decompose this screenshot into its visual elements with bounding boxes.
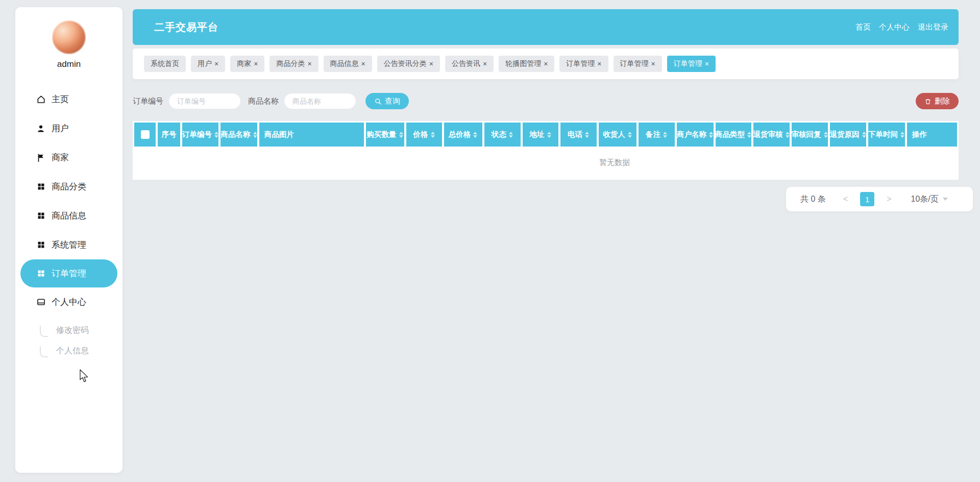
tab-1[interactable]: 用户× (191, 56, 225, 72)
tab-5[interactable]: 公告资讯分类× (377, 56, 440, 72)
tab-close-icon[interactable]: × (544, 60, 548, 67)
sidebar-item-0[interactable]: 主页 (15, 85, 122, 114)
sort-carets-icon[interactable] (585, 132, 589, 138)
column-header-label: 商品类型 (715, 130, 745, 139)
sidebar-item-label: 订单管理 (52, 268, 86, 279)
tab-2[interactable]: 商家× (230, 56, 264, 72)
tab-9[interactable]: 订单管理× (614, 56, 662, 72)
sidebar-item-3[interactable]: 商品分类 (15, 172, 122, 201)
grid-icon (36, 240, 46, 250)
column-header-label: 价格 (413, 130, 428, 139)
tab-close-icon[interactable]: × (214, 60, 218, 67)
sidebar-item-7[interactable]: 个人中心 (15, 287, 122, 317)
column-header-3[interactable]: 商品名称 (220, 123, 257, 147)
sort-carets-icon[interactable] (431, 132, 435, 138)
tab-close-icon[interactable]: × (307, 60, 311, 67)
tab-close-icon[interactable]: × (483, 60, 487, 67)
sidebar-item-label: 商家 (52, 152, 69, 163)
sort-carets-icon[interactable] (824, 132, 828, 138)
column-header-11[interactable]: 收货人 (599, 123, 636, 147)
delete-button[interactable]: 删除 (916, 93, 959, 109)
tab-label: 商品信息 (330, 59, 359, 68)
column-header-7[interactable]: 总价格 (444, 123, 482, 147)
column-header-label: 审核回复 (792, 130, 821, 139)
trash-icon (924, 98, 932, 105)
column-header-15[interactable]: 退货审核 (753, 123, 790, 147)
sort-carets-icon[interactable] (900, 132, 904, 138)
pagination-prev-button[interactable]: < (843, 195, 848, 204)
select-all-checkbox[interactable] (141, 130, 150, 139)
sidebar-item-label: 用户 (52, 123, 69, 134)
sidebar-item-label: 个人中心 (52, 296, 86, 308)
column-header-17[interactable]: 退货原因 (830, 123, 866, 147)
column-header-16[interactable]: 审核回复 (792, 123, 828, 147)
column-header-18[interactable]: 下单时间 (868, 123, 905, 147)
column-header-label: 下单时间 (868, 130, 898, 139)
column-header-label: 备注 (646, 130, 660, 139)
tab-10[interactable]: 订单管理× (667, 56, 716, 72)
sort-carets-icon[interactable] (709, 132, 713, 138)
column-header-13[interactable]: 商户名称 (677, 123, 714, 147)
top-link-0[interactable]: 首页 (855, 22, 871, 32)
sort-carets-icon[interactable] (786, 132, 790, 138)
sort-carets-icon[interactable] (747, 132, 751, 138)
orders-table: 序号订单编号商品名称商品图片购买数量价格总价格状态地址电话收货人备注商户名称商品… (133, 121, 959, 180)
sort-carets-icon[interactable] (547, 132, 551, 138)
tab-close-icon[interactable]: × (361, 60, 365, 67)
sort-carets-icon[interactable] (509, 132, 513, 138)
tab-close-icon[interactable]: × (705, 60, 709, 67)
filter-row: 订单编号 商品名称 查询 删除 (133, 92, 959, 110)
sidebar-item-1[interactable]: 用户 (15, 114, 122, 143)
tab-close-icon[interactable]: × (651, 60, 655, 67)
pagination-next-button[interactable]: > (887, 195, 891, 204)
username: admin (15, 59, 122, 69)
order-no-input[interactable] (168, 93, 241, 109)
tab-close-icon[interactable]: × (254, 60, 258, 67)
sidebar-item-5[interactable]: 系统管理 (15, 230, 122, 259)
column-header-12[interactable]: 备注 (639, 123, 675, 147)
sidebar-subitem-label: 个人信息 (56, 346, 89, 360)
tab-6[interactable]: 公告资讯× (445, 56, 494, 72)
tab-7[interactable]: 轮播图管理× (499, 56, 554, 72)
empty-state-text: 暂无数据 (599, 158, 630, 167)
column-header-8[interactable]: 状态 (484, 123, 521, 147)
tab-4[interactable]: 商品信息× (324, 56, 372, 72)
sidebar-item-4[interactable]: 商品信息 (15, 201, 122, 230)
top-link-2[interactable]: 退出登录 (918, 22, 948, 32)
top-link-1[interactable]: 个人中心 (879, 22, 910, 32)
column-header-10[interactable]: 电话 (560, 123, 597, 147)
sort-carets-icon[interactable] (628, 132, 632, 138)
sidebar-item-6[interactable]: 订单管理 (20, 259, 117, 287)
sort-carets-icon[interactable] (862, 132, 866, 138)
column-header-label: 地址 (530, 130, 545, 139)
pagination: 共 0 条 < 1 > 10条/页 (786, 187, 973, 211)
tab-8[interactable]: 订单管理× (559, 56, 608, 72)
page-size-select[interactable]: 10条/页 (911, 194, 947, 205)
column-header-14[interactable]: 商品类型 (716, 123, 751, 147)
topbar: 二手交易平台 首页个人中心退出登录 (133, 9, 959, 45)
tab-close-icon[interactable]: × (429, 60, 433, 67)
tab-0[interactable]: 系统首页 (144, 56, 186, 72)
sort-carets-icon[interactable] (253, 132, 257, 138)
sidebar-subitem-0[interactable]: 修改密码 (15, 320, 122, 340)
sidebar-subitem-1[interactable]: 个人信息 (15, 340, 122, 360)
product-name-input[interactable] (284, 93, 356, 109)
column-header-5[interactable]: 购买数量 (366, 123, 404, 147)
delete-button-label: 删除 (935, 97, 950, 106)
top-links: 首页个人中心退出登录 (855, 22, 948, 32)
column-header-9[interactable]: 地址 (523, 123, 558, 147)
tab-label: 订单管理 (674, 59, 702, 68)
sort-carets-icon[interactable] (663, 132, 667, 138)
sidebar-item-2[interactable]: 商家 (15, 143, 122, 172)
sort-carets-icon[interactable] (399, 132, 403, 138)
tab-close-icon[interactable]: × (597, 60, 601, 67)
search-button[interactable]: 查询 (365, 93, 409, 109)
pagination-page-1[interactable]: 1 (860, 192, 874, 206)
tab-3[interactable]: 商品分类× (270, 56, 318, 72)
column-header-2[interactable]: 订单编号 (182, 123, 218, 147)
column-header-label: 电话 (568, 130, 582, 139)
tab-label: 系统首页 (151, 59, 179, 68)
sort-carets-icon[interactable] (473, 132, 477, 138)
column-header-6[interactable]: 价格 (406, 123, 442, 147)
sort-carets-icon[interactable] (214, 132, 218, 138)
